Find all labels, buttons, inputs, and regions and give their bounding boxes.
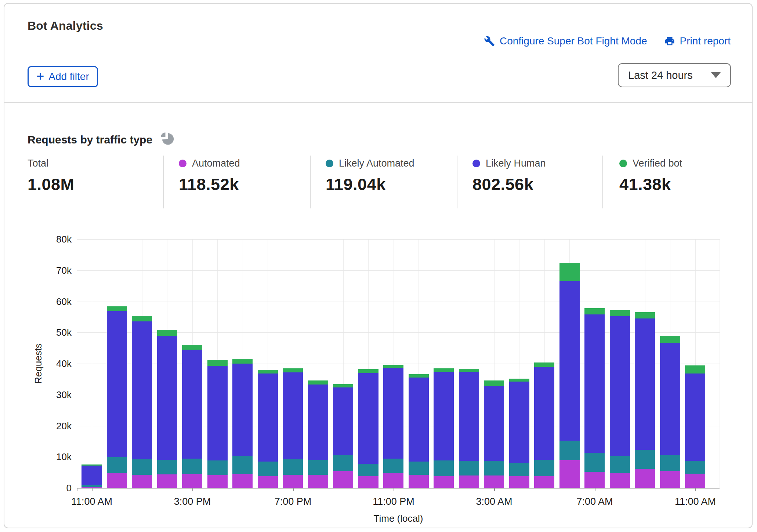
bar-20-segment-verified-bot[interactable] — [584, 308, 605, 314]
bar-6-segment-verified-bot[interactable] — [232, 359, 253, 364]
bar-15-segment-verified-bot[interactable] — [459, 369, 479, 372]
bar-12-segment-likely-automated[interactable] — [383, 459, 403, 473]
bar-10-segment-automated[interactable] — [333, 471, 353, 488]
bar-11-segment-verified-bot[interactable] — [358, 369, 378, 373]
bar-15-segment-likely-automated[interactable] — [459, 461, 479, 475]
bar-19-segment-likely-human[interactable] — [559, 281, 580, 441]
bar-18-segment-likely-human[interactable] — [534, 367, 554, 460]
bar-20-segment-likely-human[interactable] — [584, 314, 605, 453]
bar-23-segment-automated[interactable] — [660, 471, 680, 488]
bar-3-segment-likely-automated[interactable] — [157, 460, 177, 474]
bar-18-segment-verified-bot[interactable] — [534, 362, 554, 367]
bar-17-segment-automated[interactable] — [509, 476, 529, 488]
bar-9-segment-verified-bot[interactable] — [308, 380, 328, 385]
bar-4-segment-likely-human[interactable] — [182, 350, 202, 459]
bar-1-segment-verified-bot[interactable] — [107, 306, 127, 311]
bar-16-segment-likely-human[interactable] — [484, 386, 504, 461]
bar-5-segment-likely-automated[interactable] — [207, 460, 228, 475]
bar-3-segment-likely-human[interactable] — [157, 336, 177, 460]
bar-2-segment-verified-bot[interactable] — [132, 316, 152, 321]
bar-12-segment-likely-human[interactable] — [383, 368, 403, 459]
bar-8-segment-verified-bot[interactable] — [283, 368, 303, 372]
bar-3-segment-automated[interactable] — [157, 474, 177, 488]
bar-14-segment-automated[interactable] — [434, 476, 454, 488]
bar-18-segment-automated[interactable] — [534, 476, 554, 488]
bar-5-segment-likely-human[interactable] — [207, 366, 228, 460]
bar-14-segment-verified-bot[interactable] — [434, 368, 454, 372]
bar-7-segment-likely-human[interactable] — [258, 374, 278, 462]
bar-2-segment-likely-human[interactable] — [132, 321, 152, 459]
bar-8-segment-automated[interactable] — [283, 475, 303, 488]
bar-17-segment-verified-bot[interactable] — [509, 379, 529, 382]
bar-6-segment-automated[interactable] — [232, 474, 253, 488]
bar-19-segment-verified-bot[interactable] — [559, 263, 580, 281]
bar-23-segment-likely-automated[interactable] — [660, 455, 680, 471]
bar-24-segment-likely-human[interactable] — [685, 374, 705, 461]
bar-4-segment-automated[interactable] — [182, 474, 202, 488]
bar-11-segment-likely-human[interactable] — [358, 373, 378, 464]
bar-10-segment-verified-bot[interactable] — [333, 384, 353, 387]
bar-10-segment-likely-automated[interactable] — [333, 455, 353, 471]
bar-8-segment-likely-human[interactable] — [283, 372, 303, 459]
bar-12-segment-automated[interactable] — [383, 473, 403, 488]
bar-13-segment-likely-automated[interactable] — [409, 462, 429, 475]
bar-10-segment-likely-human[interactable] — [333, 387, 353, 455]
bar-13-segment-likely-human[interactable] — [409, 378, 429, 462]
bar-1-segment-automated[interactable] — [107, 473, 127, 488]
bar-22-segment-verified-bot[interactable] — [635, 312, 655, 318]
bar-21-segment-likely-automated[interactable] — [610, 456, 630, 473]
bar-0-segment-verified-bot[interactable] — [82, 464, 102, 466]
bar-13-segment-automated[interactable] — [409, 475, 429, 488]
bar-16-segment-automated[interactable] — [484, 475, 504, 488]
bar-15-segment-automated[interactable] — [459, 475, 479, 488]
bar-19-segment-automated[interactable] — [559, 460, 580, 488]
x-axis-tick — [695, 488, 696, 491]
bar-5-segment-automated[interactable] — [207, 475, 228, 488]
bar-18-segment-likely-automated[interactable] — [534, 460, 554, 476]
bar-11-segment-likely-automated[interactable] — [358, 464, 378, 476]
bar-24-segment-likely-automated[interactable] — [685, 461, 705, 474]
bar-23-segment-verified-bot[interactable] — [660, 336, 680, 343]
bar-0-segment-likely-automated[interactable] — [82, 485, 102, 487]
bar-0-segment-likely-human[interactable] — [82, 466, 102, 485]
bar-24-segment-verified-bot[interactable] — [685, 365, 705, 374]
bar-14-segment-likely-human[interactable] — [434, 372, 454, 460]
bar-17-segment-likely-automated[interactable] — [509, 463, 529, 476]
bar-21-segment-verified-bot[interactable] — [610, 310, 630, 316]
bar-17-segment-likely-human[interactable] — [509, 382, 529, 463]
bar-9-segment-likely-automated[interactable] — [308, 460, 328, 475]
bar-3-segment-verified-bot[interactable] — [157, 330, 177, 336]
bar-8-segment-likely-automated[interactable] — [283, 459, 303, 475]
bar-19-segment-likely-automated[interactable] — [559, 441, 580, 460]
bar-22-segment-likely-automated[interactable] — [635, 450, 655, 469]
bar-9-segment-automated[interactable] — [308, 475, 328, 488]
bar-9-segment-likely-human[interactable] — [308, 385, 328, 460]
bar-2-segment-likely-automated[interactable] — [132, 459, 152, 475]
bar-1-segment-likely-human[interactable] — [107, 311, 127, 457]
bar-4-segment-likely-automated[interactable] — [182, 459, 202, 474]
bar-15-segment-likely-human[interactable] — [459, 372, 479, 461]
bar-20-segment-automated[interactable] — [584, 472, 605, 488]
bar-6-segment-likely-human[interactable] — [232, 364, 253, 456]
bar-13-segment-verified-bot[interactable] — [409, 374, 429, 378]
bar-7-segment-verified-bot[interactable] — [258, 370, 278, 374]
bar-23-segment-likely-human[interactable] — [660, 343, 680, 455]
bar-21-segment-likely-human[interactable] — [610, 316, 630, 456]
bar-14-segment-likely-automated[interactable] — [434, 460, 454, 476]
bar-11-segment-automated[interactable] — [358, 476, 378, 488]
bar-22-segment-likely-human[interactable] — [635, 318, 655, 450]
bar-1-segment-likely-automated[interactable] — [107, 457, 127, 473]
bar-22-segment-automated[interactable] — [635, 469, 655, 488]
bar-12-segment-verified-bot[interactable] — [383, 365, 403, 368]
bar-20-segment-likely-automated[interactable] — [584, 453, 605, 472]
bar-5-segment-verified-bot[interactable] — [207, 360, 228, 366]
bar-6-segment-likely-automated[interactable] — [232, 456, 253, 474]
bar-16-segment-verified-bot[interactable] — [484, 380, 504, 386]
bar-7-segment-likely-automated[interactable] — [258, 462, 278, 476]
bar-7-segment-automated[interactable] — [258, 476, 278, 488]
bar-21-segment-automated[interactable] — [610, 473, 630, 488]
bar-16-segment-likely-automated[interactable] — [484, 461, 504, 475]
bar-4-segment-verified-bot[interactable] — [182, 345, 202, 350]
bar-24-segment-automated[interactable] — [685, 474, 705, 488]
bar-2-segment-automated[interactable] — [132, 475, 152, 488]
